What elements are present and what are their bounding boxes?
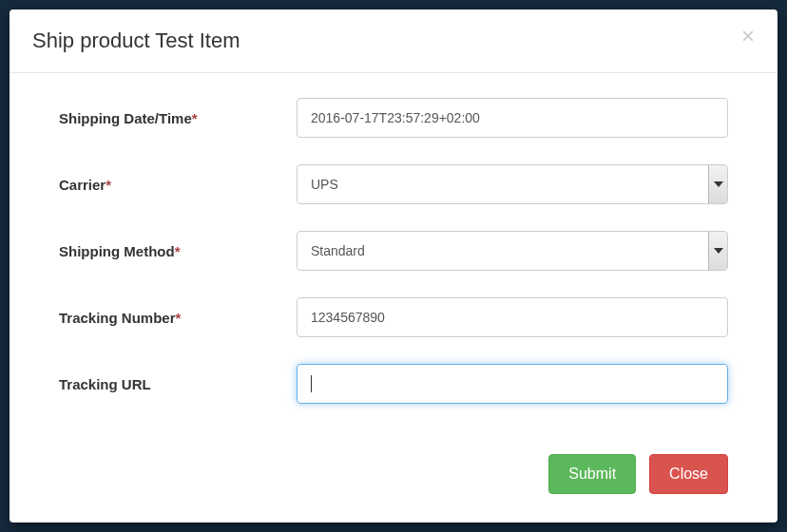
chevron-down-icon (708, 232, 727, 270)
label-text: Shipping Method (59, 243, 175, 259)
row-shipping-date: Shipping Date/Time* (59, 98, 728, 138)
chevron-down-icon (708, 165, 727, 203)
carrier-value: UPS (298, 177, 708, 192)
label-carrier: Carrier* (59, 177, 297, 193)
tracking-url-field[interactable] (297, 364, 728, 404)
svg-marker-1 (714, 248, 723, 254)
shipping-method-value: Standard (298, 243, 708, 258)
label-tracking-url: Tracking URL (59, 376, 297, 392)
close-icon[interactable]: × (741, 25, 755, 48)
required-marker: * (176, 310, 182, 326)
modal-backdrop: Ship product Test Item × Shipping Date/T… (0, 0, 787, 532)
label-text: Shipping Date/Time (59, 110, 192, 126)
required-marker: * (106, 177, 111, 193)
input-col: UPS (297, 164, 728, 204)
input-col (297, 364, 728, 404)
tracking-number-field[interactable] (297, 297, 728, 337)
ship-product-modal: Ship product Test Item × Shipping Date/T… (10, 10, 777, 522)
input-col (297, 297, 728, 337)
svg-marker-0 (714, 181, 723, 187)
label-text: Tracking URL (59, 376, 151, 392)
input-col: Standard (297, 231, 728, 271)
modal-footer: Submit Close (10, 454, 777, 522)
submit-button[interactable]: Submit (548, 454, 636, 494)
input-col (297, 98, 728, 138)
required-marker: * (192, 110, 198, 126)
label-shipping-method: Shipping Method* (59, 243, 297, 259)
shipping-date-field[interactable] (297, 98, 728, 138)
carrier-select[interactable]: UPS (297, 164, 728, 204)
label-text: Tracking Number (59, 310, 176, 326)
text-cursor (311, 375, 312, 392)
required-marker: * (175, 243, 181, 259)
modal-body: Shipping Date/Time* Carrier* UPS (10, 73, 777, 454)
row-tracking-number: Tracking Number* (59, 297, 728, 337)
label-tracking-number: Tracking Number* (59, 310, 297, 326)
row-tracking-url: Tracking URL (59, 364, 728, 404)
label-shipping-date: Shipping Date/Time* (59, 110, 297, 126)
label-text: Carrier (59, 177, 106, 193)
shipping-method-select[interactable]: Standard (297, 231, 728, 271)
modal-title: Ship product Test Item (32, 28, 240, 53)
row-carrier: Carrier* UPS (59, 164, 728, 204)
close-button[interactable]: Close (649, 454, 728, 494)
modal-header: Ship product Test Item × (10, 10, 777, 73)
row-shipping-method: Shipping Method* Standard (59, 231, 728, 271)
